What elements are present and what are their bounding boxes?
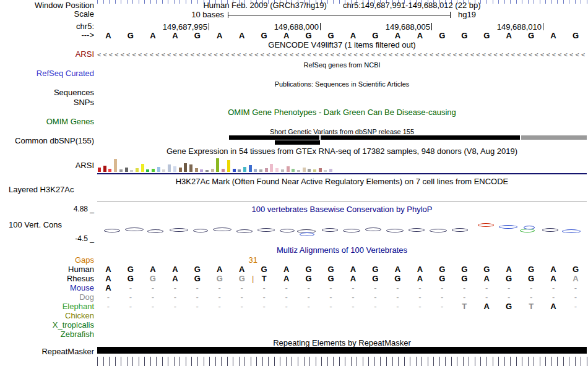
multiz-cell[interactable]: G [453, 274, 475, 283]
dbsnp-variant-bar[interactable] [321, 135, 520, 140]
multiz-cell[interactable]: - [320, 302, 342, 311]
gtex-tissue-bar[interactable] [162, 169, 165, 172]
multiz-cell[interactable]: - [97, 292, 119, 302]
gtex-tissue-bar[interactable] [195, 168, 198, 172]
multiz-cell[interactable]: G [209, 274, 231, 283]
base-letter[interactable]: G [253, 31, 275, 40]
gtex-tissue-bar[interactable] [303, 168, 306, 172]
multiz-cell[interactable]: A [142, 265, 164, 274]
multiz-cell[interactable]: - [209, 292, 231, 302]
dbsnp-track-label[interactable]: Common dbSNP(155) [0, 137, 94, 145]
multiz-cell[interactable]: A [542, 274, 564, 283]
gtex-tissue-bar[interactable] [275, 168, 279, 172]
base-letter[interactable]: G [520, 31, 542, 40]
multiz-cell[interactable]: A [342, 274, 365, 283]
multiz-cell[interactable]: - [386, 292, 409, 302]
gtex-tissue-bar[interactable] [119, 169, 123, 172]
multiz-species-label-x_tropicalis[interactable]: X_tropicalis [0, 320, 94, 330]
base-letter[interactable]: G [320, 31, 342, 40]
multiz-cell[interactable]: - [431, 292, 453, 302]
multiz-cell[interactable]: - [97, 302, 119, 311]
gtex-tissue-bar[interactable] [297, 170, 300, 172]
base-letter[interactable]: A [542, 31, 564, 40]
multiz-cell[interactable]: G [142, 274, 164, 283]
gtex-tissue-bar[interactable] [254, 169, 257, 172]
gtex-tissue-bar[interactable] [308, 169, 311, 172]
multiz-cell[interactable]: - [409, 302, 431, 311]
gtex-tissue-bar[interactable] [189, 164, 192, 172]
multiz-cell[interactable]: - [209, 283, 231, 292]
multiz-cell[interactable]: A [275, 265, 298, 274]
multiz-cell[interactable]: G [520, 274, 542, 283]
multiz-cell[interactable]: - [142, 283, 164, 292]
multiz-cell[interactable]: G [298, 274, 320, 283]
gtex-tissue-bar[interactable] [292, 169, 295, 172]
gtex-tissue-bar[interactable] [108, 169, 111, 172]
multiz-cell[interactable]: - [119, 283, 142, 292]
multiz-cell[interactable]: - [253, 302, 275, 311]
multiz-cell[interactable]: - [253, 283, 275, 292]
multiz-cell[interactable]: - [386, 283, 409, 292]
multiz-cell[interactable]: - [564, 283, 587, 292]
multiz-cell[interactable]: - [364, 283, 386, 292]
multiz-cell[interactable]: G [453, 265, 475, 274]
multiz-cell[interactable]: A [97, 274, 119, 283]
multiz-cell[interactable]: A [209, 265, 231, 274]
multiz-cell[interactable]: - [298, 283, 320, 292]
multiz-cell[interactable]: G [320, 274, 342, 283]
base-letter[interactable]: A [231, 31, 253, 40]
gtex-tissue-bar[interactable] [281, 169, 284, 172]
gtex-tissue-bar[interactable] [141, 164, 144, 172]
dbsnp-variant-bar[interactable] [521, 135, 587, 140]
multiz-cell[interactable]: - [498, 283, 520, 292]
base-letter[interactable]: A [142, 31, 164, 40]
gtex-tissue-bar[interactable] [319, 168, 322, 172]
sequences-track-label[interactable]: Sequences [0, 88, 94, 97]
multiz-cell[interactable]: - [164, 292, 186, 302]
multiz-cell[interactable]: - [231, 302, 253, 311]
gtex-tissue-bar[interactable] [287, 166, 290, 172]
multiz-cell[interactable]: - [342, 302, 365, 311]
multiz-cell[interactable]: A [164, 274, 186, 283]
gtex-tissue-bar[interactable] [173, 166, 176, 172]
gtex-tissue-bar[interactable] [227, 160, 230, 172]
multiz-cell[interactable]: A [97, 283, 119, 292]
base-letter[interactable]: A [209, 31, 231, 40]
multiz-cell[interactable]: - [119, 302, 142, 311]
multiz-cell[interactable]: G [498, 302, 520, 311]
multiz-cell[interactable]: - [231, 292, 253, 302]
base-letter[interactable]: A [498, 31, 520, 40]
gencode-transcript-arrows[interactable]: <<<<<<<<<<<<<<<<<<<<<<<<<<<<<<<<<<<<<<<<… [97, 51, 587, 59]
base-letter[interactable]: G [119, 31, 142, 40]
multiz-cell[interactable]: G [498, 274, 520, 283]
multiz-cell[interactable]: - [186, 292, 209, 302]
multiz-species-label-zebrafish[interactable]: Zebrafish [0, 330, 94, 339]
gtex-tissue-bar[interactable] [146, 169, 149, 172]
multiz-cell[interactable]: - [386, 302, 409, 311]
base-letter[interactable]: A [386, 31, 409, 40]
multiz-species-label-dog[interactable]: Dog [0, 292, 94, 302]
multiz-cell[interactable]: A [498, 265, 520, 274]
multiz-cell[interactable]: G [298, 265, 320, 274]
multiz-cell[interactable]: - [364, 302, 386, 311]
base-letter[interactable]: G [453, 31, 475, 40]
multiz-cell[interactable]: - [298, 292, 320, 302]
multiz-cell[interactable]: - [453, 292, 475, 302]
gtex-tissue-bar[interactable] [200, 169, 203, 172]
multiz-cell[interactable]: G [119, 265, 142, 274]
base-letter[interactable]: G [186, 31, 209, 40]
multiz-cell[interactable]: G [475, 265, 498, 274]
gtex-item-label[interactable]: ARSI [0, 161, 94, 170]
multiz-cell[interactable]: G [431, 274, 453, 283]
multiz-cell[interactable]: A [542, 265, 564, 274]
multiz-species-label-elephant[interactable]: Elephant [0, 302, 94, 311]
base-letter[interactable]: A [164, 31, 186, 40]
dbsnp-variant-bar[interactable] [229, 135, 319, 140]
multiz-cell[interactable]: A [409, 265, 431, 274]
multiz-cell[interactable]: - [298, 302, 320, 311]
multiz-cell[interactable]: A [386, 265, 409, 274]
multiz-cell[interactable]: - [275, 302, 298, 311]
multiz-cell[interactable]: - [231, 283, 253, 292]
multiz-cell[interactable]: G [520, 265, 542, 274]
multiz-cell[interactable]: G [564, 265, 587, 274]
